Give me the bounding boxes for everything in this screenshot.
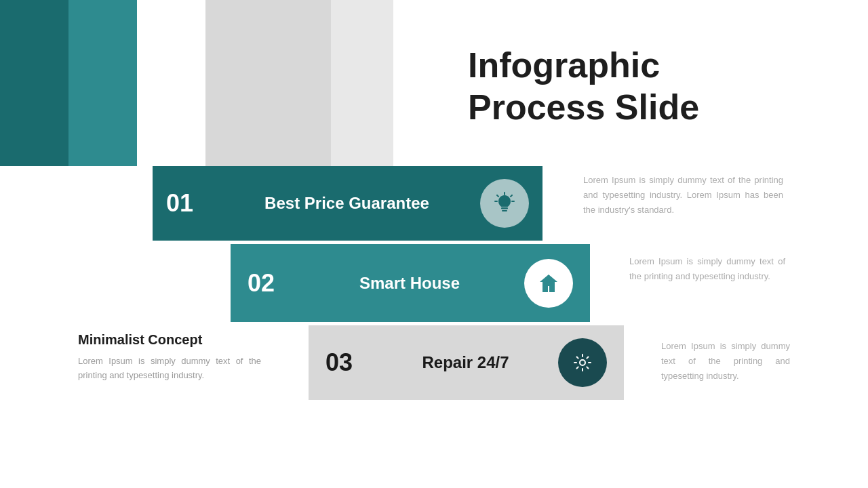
row-smart-house: 02 Smart House	[231, 244, 590, 322]
svg-line-3	[497, 195, 498, 197]
svg-rect-1	[502, 210, 507, 211]
row2-number: 02	[248, 269, 302, 298]
gear-icon	[570, 350, 595, 375]
bar-gray2	[331, 0, 393, 166]
home-icon	[536, 271, 561, 296]
svg-rect-0	[501, 207, 508, 209]
row-repair: 03 Repair 24/7	[309, 325, 624, 400]
slide-title: Infographic Process Slide	[468, 44, 699, 129]
bar-gray	[205, 0, 331, 166]
row-best-price: 01 Best Price Guarantee	[153, 166, 542, 241]
right-text-1: Lorem Ipsum is simply dummy text of the …	[583, 173, 783, 218]
home-icon-wrapper	[524, 259, 573, 308]
right-text-3-body: Lorem Ipsum is simply dummy text of the …	[661, 339, 790, 384]
right-text-1-body: Lorem Ipsum is simply dummy text of the …	[583, 173, 783, 218]
svg-point-8	[580, 360, 585, 365]
bar-gap	[137, 0, 205, 166]
right-text-2: Lorem Ipsum is simply dummy text of the …	[629, 254, 785, 284]
minimalist-title: Minimalist Concept	[78, 332, 261, 348]
title-block: Infographic Process Slide	[468, 44, 699, 129]
row3-label: Repair 24/7	[380, 353, 551, 372]
bar-teal-dark	[0, 0, 68, 166]
right-text-2-body: Lorem Ipsum is simply dummy text of the …	[629, 254, 785, 284]
decorative-bars	[0, 0, 393, 166]
right-text-3: Lorem Ipsum is simply dummy text of the …	[661, 339, 790, 384]
bar-teal-mid	[68, 0, 137, 166]
minimalist-body: Lorem Ipsum is simply dummy text of the …	[78, 354, 261, 383]
lightbulb-icon-wrapper	[480, 179, 529, 228]
row2-label: Smart House	[302, 274, 517, 293]
lightbulb-icon	[492, 191, 517, 216]
row3-number: 03	[326, 348, 380, 377]
row1-number: 01	[166, 189, 220, 218]
gear-icon-wrapper	[558, 338, 607, 387]
svg-line-4	[511, 195, 512, 197]
slide: Infographic Process Slide 01 Best Price …	[0, 0, 868, 488]
minimalist-block: Minimalist Concept Lorem Ipsum is simply…	[78, 332, 261, 383]
row1-label: Best Price Guarantee	[220, 194, 473, 213]
